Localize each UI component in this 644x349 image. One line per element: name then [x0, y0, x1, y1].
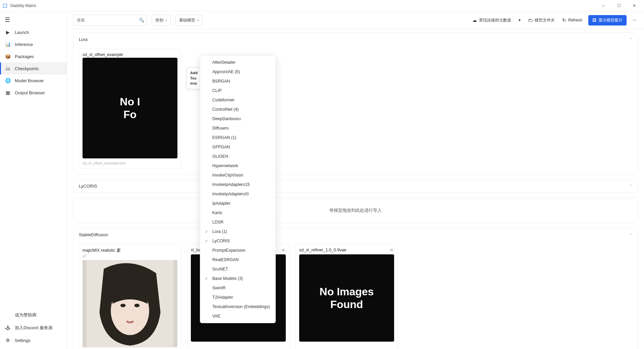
model-folder-button[interactable]: 🗀模型文件夹 [527, 15, 556, 25]
menu-item[interactable]: VAE [200, 311, 275, 321]
play-icon: ▶ [5, 30, 11, 35]
sidebar-item-settings[interactable]: ⚙Settings [0, 334, 67, 346]
app-logo [2, 3, 8, 9]
menu-item[interactable]: Diffusers [200, 123, 275, 133]
menu-item[interactable]: Codeformer [200, 95, 275, 105]
search-icon[interactable]: 🔍 [139, 17, 144, 22]
sidebar-item-inference[interactable]: 📊Inference [0, 38, 67, 50]
basemodel-dropdown[interactable]: 基础模型▾ [175, 15, 203, 26]
svg-point-11 [135, 304, 140, 307]
svg-point-4 [6, 5, 7, 6]
cloud-icon: ☁ [472, 17, 477, 23]
menu-item[interactable]: ApproxVAE (5) [200, 67, 275, 77]
menu-item[interactable]: Hypernetwork [200, 161, 275, 170]
maximize-button[interactable]: ☐ [611, 0, 627, 11]
globe-icon: 🌐 [5, 78, 11, 83]
menu-item[interactable]: PromptExpansion [200, 246, 275, 255]
refresh-button[interactable]: ↻Refresh [561, 15, 584, 25]
menu-item[interactable]: LDSR [200, 217, 275, 227]
svg-point-7 [6, 7, 7, 8]
menu-item[interactable]: ScuNET [200, 264, 275, 274]
card-caption: sd_xl_offset_example-lora [83, 161, 177, 165]
sidebar-item-modelbrowser[interactable]: 🌐Model Browser [0, 74, 67, 87]
menu-item[interactable]: GLIGEN [200, 152, 275, 161]
menu-item[interactable]: ✓LyCORIS [200, 236, 275, 246]
model-card[interactable]: majicMIX realistic 麦 v7 [79, 244, 181, 349]
menu-item[interactable]: CLIP [200, 86, 275, 95]
search-input[interactable] [73, 15, 147, 26]
menu-item[interactable]: SwinIR [200, 283, 275, 293]
menu-item[interactable]: ControlNet (4) [200, 105, 275, 114]
gear-icon: ⚙ [5, 338, 11, 343]
model-card[interactable]: sd_xl_refiner_1.0_0.9vae👁 No Images Foun… [296, 244, 398, 349]
checkpoint-icon: 🗂 [5, 66, 11, 71]
metadata-chevron[interactable]: ▾ [517, 16, 522, 24]
discord-icon: 🕹 [5, 325, 11, 331]
chevron-up-icon: ⌃ [629, 233, 632, 237]
svg-point-6 [5, 7, 6, 8]
eye-off-icon[interactable]: 👁 [389, 248, 394, 253]
menu-item[interactable]: DeepDanbooru [200, 114, 275, 123]
menu-item[interactable]: RealESRGAN [200, 255, 275, 264]
sidebar-item-sponsor[interactable]: 成为赞助商 [0, 309, 67, 321]
menu-item[interactable]: InvokeClipVision [200, 170, 275, 180]
more-button[interactable]: ⋯ [631, 16, 638, 24]
menu-item[interactable]: InvokeIpAdaptersXl [200, 189, 275, 199]
card-title: majicMIX realistic 麦 [83, 248, 177, 253]
menu-item[interactable]: ✓Lora (1) [200, 227, 275, 236]
sidebar-item-launch[interactable]: ▶Launch [0, 26, 67, 38]
sidebar-item-checkpoints[interactable]: 🗂Checkpoints [0, 62, 67, 74]
svg-point-5 [3, 7, 4, 8]
hamburger-icon[interactable]: ☰ [0, 13, 67, 26]
model-card[interactable]: sd_xl_offset_example No I Fo sd_xl_offse… [79, 49, 181, 169]
menu-item[interactable]: ESRGAN (1) [200, 133, 275, 142]
menu-item[interactable]: GFPGAN [200, 142, 275, 152]
grid-icon: ▦ [5, 90, 11, 95]
menu-item[interactable]: TextualInversion (Embeddings) [200, 302, 275, 311]
sidebar-item-packages[interactable]: 📦Packages [0, 50, 67, 62]
inference-icon: 📊 [5, 42, 11, 47]
card-thumbnail: No Images Found [299, 254, 394, 342]
section-header-lora[interactable]: Lora⌃ [73, 33, 638, 46]
minimize-button[interactable]: ─ [596, 0, 611, 11]
menu-item[interactable]: T2IAdapter [200, 293, 275, 302]
menu-item[interactable]: AfterDetailer [200, 58, 275, 67]
menu-item[interactable]: IpAdapter [200, 199, 275, 208]
dropzone[interactable]: 将模型拖放到此处进行导入 [73, 198, 638, 223]
menu-item[interactable]: ✓Base Models (3) [200, 274, 275, 283]
section-header-lycoris[interactable]: LyCORIS⌃ [73, 180, 638, 193]
svg-point-2 [6, 3, 7, 4]
card-title: sd_xl_offset_example [83, 52, 177, 57]
category-dropdown[interactable]: 类别▾ [152, 15, 171, 26]
sidebar-item-discord[interactable]: 🕹加入Discord 服务器 [0, 321, 67, 334]
section-header-sd[interactable]: StableDiffusion⌃ [73, 228, 638, 241]
window-title: Stability Matrix [10, 3, 36, 8]
eye-off-icon[interactable]: 👁 [281, 248, 286, 253]
chevron-down-icon: ▾ [165, 18, 167, 22]
chevron-down-icon: ▾ [197, 18, 199, 22]
svg-point-3 [3, 5, 4, 6]
find-metadata-button[interactable]: ☁查找连接的元数据 [471, 15, 513, 25]
image-icon: 🖼 [592, 18, 596, 22]
refresh-icon: ↻ [562, 17, 566, 23]
chevron-down-icon: ▾ [519, 18, 521, 22]
close-button[interactable]: ✕ [627, 0, 642, 11]
svg-point-0 [3, 3, 4, 4]
folder-icon: 🗀 [528, 17, 533, 23]
chevron-up-icon: ⌃ [629, 37, 632, 42]
menu-item[interactable]: BSRGAN [200, 77, 275, 86]
card-title: sd_xl_refiner_1.0_0.9vae [299, 248, 346, 252]
package-icon: 📦 [5, 54, 11, 59]
check-icon: ✓ [205, 239, 210, 243]
menu-item[interactable]: InvokeIpAdapters15 [200, 180, 275, 189]
card-thumbnail: No I Fo [83, 58, 177, 158]
category-menu: AfterDetailerApproxVAE (5)BSRGANCLIPCode… [200, 55, 276, 323]
svg-point-1 [5, 3, 6, 4]
menu-item[interactable]: Karlo [200, 208, 275, 217]
show-images-button[interactable]: 🖼显示模型图片 [588, 15, 627, 26]
card-version: v7 [83, 254, 177, 258]
chevron-up-icon: ⌃ [629, 184, 632, 189]
check-icon: ✓ [205, 277, 210, 281]
check-icon: ✓ [205, 230, 210, 234]
sidebar-item-outputbrowser[interactable]: ▦Output Browser [0, 87, 67, 99]
